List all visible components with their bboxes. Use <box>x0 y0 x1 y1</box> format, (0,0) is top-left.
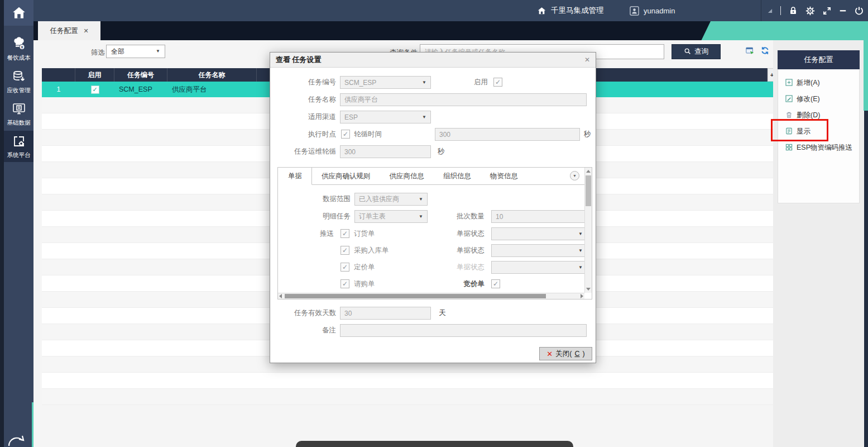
row-task-name: 供应商平台 <box>167 85 257 94</box>
dialog-titlebar[interactable]: 查看 任务设置 ✕ <box>270 53 596 68</box>
enabled-label: 启用 <box>422 76 488 89</box>
enabled-checkbox[interactable]: ✓ <box>493 78 502 87</box>
valid-days-label: 任务有效天数 <box>270 307 336 320</box>
task-name-input[interactable]: 供应商平台 <box>340 93 587 106</box>
empty-row <box>42 389 776 405</box>
chevron-down-icon: ▼ <box>419 215 423 219</box>
filter-label: 筛选 <box>91 48 105 58</box>
push-request-checkbox[interactable]: ✓ <box>341 279 349 288</box>
action-edit[interactable]: 修改(E) <box>778 91 859 107</box>
col-header-name[interactable]: 任务名称 <box>167 68 257 82</box>
chevron-down-icon: ▼ <box>419 197 423 202</box>
filter-value: 全部 <box>111 47 124 56</box>
checkbox-checked[interactable]: ✓ <box>91 85 99 94</box>
query-button-label: 查询 <box>694 47 708 56</box>
row-index: 1 <box>42 85 75 93</box>
col-header-index[interactable] <box>42 68 75 82</box>
scrollbar-thumb[interactable] <box>285 294 546 298</box>
horizontal-scrollbar[interactable] <box>278 293 584 299</box>
username: yunadmin <box>644 7 675 15</box>
scroll-down-icon[interactable] <box>586 288 591 291</box>
sidebar-item-label: 餐饮成本 <box>7 54 31 62</box>
push-receipt-checkbox[interactable]: ✓ <box>341 246 349 255</box>
sidebar-item-catering-cost[interactable]: ¥ 餐饮成本 <box>4 34 33 65</box>
doc-status-select-2[interactable]: ▼ <box>491 244 587 257</box>
frame-teal-strip <box>864 21 868 111</box>
lock-icon[interactable] <box>789 6 798 15</box>
chevron-down-icon: ▼ <box>578 265 583 270</box>
data-range-select[interactable]: 已入驻供应商 ▼ <box>354 193 428 206</box>
minimize-icon[interactable] <box>839 7 847 15</box>
push-request-label: 请购单 <box>354 278 375 291</box>
sidebar-item-basic-data[interactable]: 基础数据 <box>4 98 33 130</box>
tab-task-config[interactable]: 任务配置 ✕ <box>38 21 100 40</box>
col-header-enabled[interactable]: 启用 <box>75 68 114 82</box>
push-pricing-checkbox[interactable]: ✓ <box>341 263 349 272</box>
tab-supplier-info[interactable]: 供应商信息 <box>380 168 434 184</box>
app-title-group: 千里马集成管理 <box>537 0 604 21</box>
bid-checkbox[interactable]: ✓ <box>491 279 500 288</box>
bottom-dock-bar[interactable] <box>296 441 573 447</box>
query-button[interactable]: 查询 <box>672 44 721 59</box>
sidebar-item-label: 基础数据 <box>7 119 31 127</box>
valid-days-input[interactable]: 30 <box>340 307 431 320</box>
tab-supplier-confirm-rules[interactable]: 供应商确认规则 <box>312 168 380 184</box>
sidebar-item-system-platform[interactable]: 系统平台 <box>4 131 33 162</box>
search-icon <box>684 47 691 56</box>
chevron-down-icon: ▼ <box>156 49 160 54</box>
action-panel-title: 任务配置 <box>778 50 860 69</box>
sidebar-item-label: 系统平台 <box>7 151 31 159</box>
scrollbar-thumb[interactable] <box>586 175 591 206</box>
dialog-close-button[interactable]: ✕ 关闭(C) <box>539 347 592 360</box>
refresh-icon[interactable] <box>761 46 769 55</box>
tab-close-icon[interactable]: ✕ <box>83 27 88 35</box>
sidebar-home-button[interactable] <box>4 0 33 26</box>
sidebar-edge-strip <box>0 0 4 447</box>
refresh-arc-icon[interactable] <box>6 421 27 447</box>
remark-input[interactable] <box>340 324 587 337</box>
sidebar-item-receivables[interactable]: 应收管理 <box>4 66 33 97</box>
user-icon <box>630 6 639 16</box>
home-icon[interactable] <box>537 6 546 16</box>
scroll-right-icon[interactable] <box>581 294 583 298</box>
vertical-scrollbar[interactable] <box>584 168 592 293</box>
task-code-select[interactable]: SCM_ESP ▼ <box>340 76 431 89</box>
tab-org-info[interactable]: 组织信息 <box>434 168 481 184</box>
push-order-checkbox[interactable]: ✓ <box>341 229 349 238</box>
detail-task-label: 明细任务 <box>278 210 351 223</box>
tab-overflow-button[interactable]: ▼ <box>570 171 579 180</box>
filter-dropdown[interactable]: 全部 ▼ <box>106 45 165 58</box>
poll-seconds-input[interactable]: 300 <box>435 128 580 141</box>
chevron-down-icon: ▼ <box>578 232 583 236</box>
tab-strip: 任务配置 ✕ <box>33 21 868 40</box>
catering-cost-icon: ¥ <box>12 37 26 53</box>
export-icon[interactable] <box>745 46 755 55</box>
detail-task-select[interactable]: 订单主表 ▼ <box>354 210 428 223</box>
doc-status-select-1[interactable]: ▼ <box>491 227 587 240</box>
dialog-close-icon[interactable]: ✕ <box>584 56 590 64</box>
plus-square-icon <box>785 79 793 88</box>
grid-icon <box>785 144 793 153</box>
gear-icon[interactable] <box>805 6 815 16</box>
doc-status-select-3[interactable]: ▼ <box>491 261 587 274</box>
ops-poll-input[interactable]: 300 <box>340 145 431 158</box>
channel-select[interactable]: ESP ▼ <box>340 111 431 123</box>
user-group[interactable]: yunadmin <box>630 0 675 21</box>
action-esp-push[interactable]: ESP物资编码推送 <box>778 140 859 156</box>
poll-checkbox[interactable]: ✓ <box>341 130 350 139</box>
dialog-title: 查看 任务设置 <box>276 55 322 65</box>
empty-row <box>42 373 776 389</box>
col-header-code[interactable]: 任务编号 <box>114 68 167 82</box>
batch-qty-input[interactable]: 10 <box>491 210 587 223</box>
topbar-section-divider <box>761 0 761 21</box>
scroll-up-icon[interactable] <box>586 170 591 173</box>
tab-material-info[interactable]: 物资信息 <box>481 168 527 184</box>
svg-text:¥: ¥ <box>21 45 23 49</box>
scroll-left-icon[interactable] <box>279 294 282 298</box>
fullscreen-icon[interactable] <box>823 7 831 15</box>
action-add[interactable]: 新增(A) <box>778 75 859 91</box>
tab-documents[interactable]: 单据 <box>278 168 312 185</box>
power-icon[interactable] <box>855 6 864 15</box>
topbar: 千里马集成管理 yunadmin <box>0 0 868 21</box>
action-panel-region: 任务配置 新增(A) 修改(E) 删除(D) <box>773 40 864 447</box>
